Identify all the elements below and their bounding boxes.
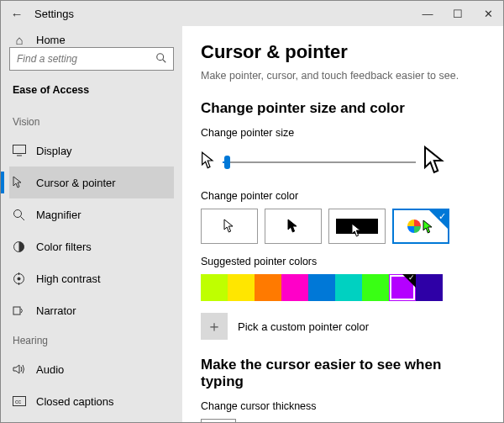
color-filters-icon: [13, 241, 26, 253]
titlebar: ← Settings ― ☐ ✕: [1, 1, 503, 26]
minimize-button[interactable]: ―: [412, 1, 443, 26]
svg-line-5: [21, 216, 25, 220]
pointer-size-label: Change pointer size: [201, 127, 485, 139]
custom-color-label: Pick a custom pointer color: [238, 320, 369, 333]
svg-point-0: [157, 54, 164, 61]
section-cursor-heading: Make the cursor easier to see when typin…: [201, 357, 485, 390]
search-input[interactable]: [9, 47, 174, 71]
suggested-swatch[interactable]: [228, 274, 255, 301]
home-icon: ⌂: [13, 33, 26, 47]
sidebar-item-label: Cursor & pointer: [36, 177, 116, 189]
pointer-color-tile-black[interactable]: [265, 209, 322, 244]
pointer-color-label: Change pointer color: [201, 190, 485, 202]
audio-icon: [13, 363, 26, 375]
narrator-icon: [13, 304, 26, 317]
svg-rect-11: [13, 307, 20, 315]
suggested-swatch[interactable]: [362, 274, 389, 301]
pointer-color-tile-inverted[interactable]: [328, 209, 386, 244]
close-button[interactable]: ✕: [473, 1, 503, 26]
pointer-color-tiles: ✓: [201, 209, 485, 244]
cursor-big-icon: [423, 145, 448, 178]
suggested-swatches: [201, 274, 485, 301]
sidebar-item-magnifier[interactable]: Magnifier: [9, 198, 174, 230]
category-label: Ease of Access: [9, 82, 174, 108]
display-icon: [13, 145, 26, 156]
sidebar-item-closed-captions[interactable]: cc Closed captions: [9, 385, 174, 417]
sidebar-item-high-contrast[interactable]: High contrast: [9, 262, 174, 294]
sidebar-item-audio[interactable]: Audio: [9, 353, 174, 385]
sidebar-item-label: Audio: [36, 363, 64, 376]
page-title: Cursor & pointer: [201, 41, 485, 63]
suggested-swatch[interactable]: [416, 274, 443, 301]
suggested-swatch[interactable]: [335, 274, 362, 301]
sidebar-item-label: Display: [36, 145, 72, 157]
suggested-swatch[interactable]: [308, 274, 335, 301]
sidebar-item-label: High contrast: [36, 272, 101, 285]
section-size-color-heading: Change pointer size and color: [201, 100, 485, 117]
sidebar-item-cursor-pointer[interactable]: Cursor & pointer: [9, 167, 174, 198]
custom-color-button[interactable]: ＋: [201, 313, 228, 340]
suggested-swatch[interactable]: [389, 274, 416, 301]
svg-point-4: [14, 209, 22, 217]
suggested-colors-label: Suggested pointer colors: [201, 256, 485, 267]
group-label-vision: Vision: [9, 108, 174, 135]
pointer-color-tile-custom[interactable]: ✓: [392, 209, 449, 244]
window-title: Settings: [33, 8, 412, 20]
cursor-thickness-label: Change cursor thickness: [201, 400, 485, 412]
content-pane: Cursor & pointer Make pointer, cursor, a…: [182, 26, 503, 422]
page-subtitle: Make pointer, cursor, and touch feedback…: [201, 70, 485, 82]
closed-captions-icon: cc: [13, 396, 26, 406]
sidebar: ⌂ Home Ease of Access Vision Display Cur…: [1, 26, 182, 422]
search-wrap: [9, 47, 174, 71]
magnifier-icon: [13, 209, 26, 221]
sidebar-item-label: Color filters: [36, 241, 92, 253]
home-label: Home: [36, 34, 66, 46]
sidebar-item-label: Narrator: [36, 304, 76, 317]
maximize-button[interactable]: ☐: [443, 1, 473, 26]
sidebar-item-display[interactable]: Display: [9, 135, 174, 167]
pointer-size-slider[interactable]: [223, 154, 416, 171]
svg-text:cc: cc: [15, 399, 22, 404]
sidebar-item-label: Closed captions: [36, 395, 114, 408]
sidebar-item-narrator[interactable]: Narrator: [9, 294, 174, 326]
home-button[interactable]: ⌂ Home: [9, 33, 174, 47]
cursor-thickness-preview: abc: [201, 419, 236, 422]
svg-line-1: [163, 60, 166, 63]
check-icon: ✓: [438, 211, 446, 222]
cursor-small-icon: [201, 151, 216, 172]
suggested-swatch[interactable]: [201, 274, 228, 301]
sidebar-item-label: Magnifier: [36, 209, 81, 221]
cursor-icon: [13, 176, 26, 189]
svg-point-8: [18, 277, 21, 280]
suggested-swatch[interactable]: [281, 274, 308, 301]
high-contrast-icon: [13, 272, 26, 285]
cursor-thickness-slider[interactable]: [246, 421, 414, 422]
search-icon: [155, 52, 167, 66]
sidebar-item-color-filters[interactable]: Color filters: [9, 230, 174, 262]
group-label-hearing: Hearing: [9, 326, 174, 353]
back-button[interactable]: ←: [1, 7, 33, 21]
svg-rect-2: [13, 145, 26, 154]
pointer-color-tile-white[interactable]: [201, 209, 258, 244]
suggested-swatch[interactable]: [255, 274, 281, 301]
